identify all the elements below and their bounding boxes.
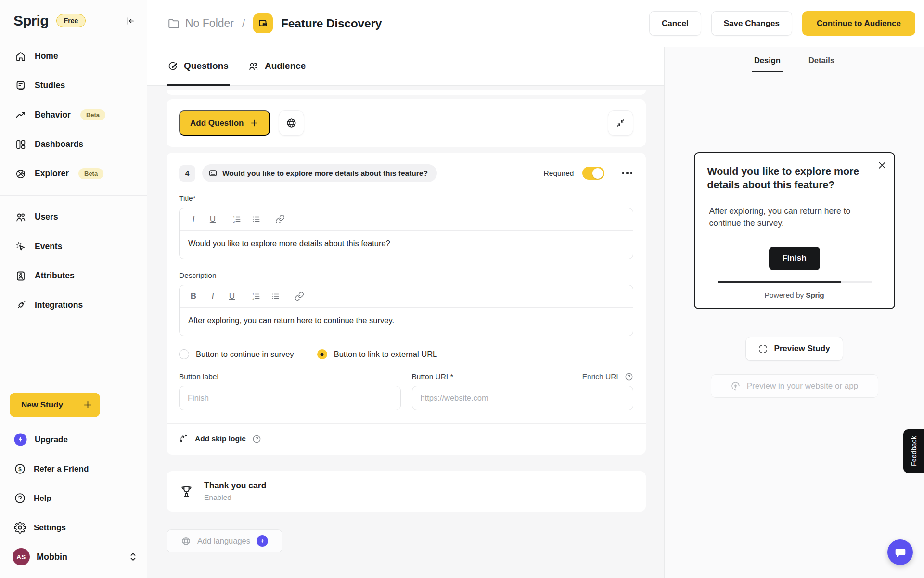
preview-question-text: Would you like to explore more details a… xyxy=(707,165,882,192)
svg-text:2: 2 xyxy=(253,297,255,300)
survey-preview-card: Would you like to explore more details a… xyxy=(694,152,895,309)
sidebar-item-upgrade[interactable]: Upgrade xyxy=(0,425,147,454)
sidebar: Sprig Free Home Studies Behavior Beta xyxy=(0,0,147,578)
add-question-button[interactable]: Add Question xyxy=(179,110,270,136)
bullet-list-icon[interactable] xyxy=(251,214,261,224)
underline-icon[interactable]: U xyxy=(227,291,237,302)
study-type-icon xyxy=(253,13,273,33)
title-editor: I U 12 Would you like to explore more de… xyxy=(179,208,633,259)
radio-continue-in-survey[interactable]: Button to continue in survey xyxy=(179,349,294,359)
italic-icon[interactable]: I xyxy=(207,291,218,302)
button-fields-row: Button label Button URL* Enrich URL xyxy=(179,372,633,410)
breadcrumb: No Folder / Feature Discovery xyxy=(167,13,382,33)
bold-icon[interactable]: B xyxy=(188,291,199,302)
question-card: 4 Would you like to explore more details… xyxy=(167,153,646,455)
sidebar-item-label: Dashboards xyxy=(35,139,83,149)
sidebar-item-studies[interactable]: Studies xyxy=(0,71,147,100)
question-summary-pill[interactable]: Would you like to explore more details a… xyxy=(202,164,437,182)
link-icon[interactable] xyxy=(275,214,285,224)
italic-icon[interactable]: I xyxy=(188,214,199,224)
preview-finish-button[interactable]: Finish xyxy=(769,247,820,270)
preview-study-button[interactable]: Preview Study xyxy=(745,337,843,361)
close-icon[interactable] xyxy=(877,160,887,170)
question-menu-button[interactable] xyxy=(621,169,634,177)
add-languages-label: Add languages xyxy=(197,537,250,546)
svg-text:$: $ xyxy=(18,466,22,472)
title-input[interactable]: Would you like to explore more details a… xyxy=(180,231,633,259)
content-area: No Folder / Feature Discovery Cancel Sav… xyxy=(147,0,924,578)
required-toggle[interactable] xyxy=(582,167,604,180)
link-icon[interactable] xyxy=(294,291,305,302)
sidebar-item-label: Explorer xyxy=(35,169,69,179)
tab-questions[interactable]: Questions xyxy=(167,47,229,85)
sidebar-item-integrations[interactable]: Integrations xyxy=(0,290,147,320)
add-languages-button[interactable]: Add languages xyxy=(167,529,282,552)
sidebar-item-label: Behavior xyxy=(35,110,71,120)
description-input[interactable]: After exploring, you can return here to … xyxy=(180,308,633,336)
sidebar-item-settings[interactable]: Settings xyxy=(0,513,147,542)
breadcrumb-folder[interactable]: No Folder xyxy=(167,17,234,30)
add-question-label: Add Question xyxy=(190,118,244,128)
study-title: Feature Discovery xyxy=(281,17,382,30)
button-label-input[interactable] xyxy=(179,386,401,410)
preview-in-site-button[interactable]: Preview in your website or app xyxy=(711,374,878,398)
sidebar-item-home[interactable]: Home xyxy=(0,41,147,71)
questions-scroll-area[interactable]: Add Question 4 xyxy=(147,86,664,578)
thank-you-card[interactable]: Thank you card Enabled xyxy=(167,471,646,512)
continue-to-audience-button[interactable]: Continue to Audience xyxy=(802,11,915,36)
enrich-url-link[interactable]: Enrich URL xyxy=(582,372,620,381)
collapse-icon xyxy=(616,118,626,128)
new-study-plus-button[interactable] xyxy=(75,400,100,410)
cancel-button[interactable]: Cancel xyxy=(649,11,701,36)
help-icon xyxy=(14,492,26,504)
trophy-icon xyxy=(179,484,194,499)
feedback-tab[interactable]: Feedback xyxy=(903,429,924,473)
tab-details[interactable]: Details xyxy=(808,56,834,72)
help-circle-icon[interactable] xyxy=(625,372,633,381)
sidebar-nav-secondary: Users Events Attributes Integrations xyxy=(0,202,147,320)
add-skip-logic-button[interactable]: Add skip logic xyxy=(179,434,246,444)
help-circle-icon[interactable] xyxy=(252,434,261,444)
button-label-label: Button label xyxy=(179,372,218,381)
account-name: Mobbin xyxy=(37,552,67,562)
preview-study-label: Preview Study xyxy=(774,344,830,354)
radio-label: Button to link to external URL xyxy=(334,350,437,359)
divider xyxy=(613,166,613,181)
sidebar-item-users[interactable]: Users xyxy=(0,202,147,232)
collapse-sidebar-icon[interactable] xyxy=(124,15,135,26)
title-label: Title* xyxy=(179,194,633,203)
sidebar-item-label: Settings xyxy=(34,523,66,533)
underline-icon[interactable]: U xyxy=(207,214,218,224)
breadcrumb-separator: / xyxy=(242,17,245,30)
sidebar-item-behavior[interactable]: Behavior Beta xyxy=(0,100,147,130)
radio-link-external-url[interactable]: Button to link to external URL xyxy=(317,349,437,359)
sidebar-item-label: Help xyxy=(34,494,51,503)
sidebar-item-refer[interactable]: $ Refer a Friend xyxy=(0,454,147,484)
sidebar-item-label: Users xyxy=(35,212,58,222)
tab-audience[interactable]: Audience xyxy=(248,47,306,85)
account-switcher[interactable]: AS Mobbin xyxy=(0,542,147,578)
sidebar-item-help[interactable]: Help xyxy=(0,484,147,513)
radio-on-icon xyxy=(317,349,327,359)
required-label: Required xyxy=(544,169,574,178)
chat-widget-button[interactable] xyxy=(887,539,913,565)
sidebar-item-dashboards[interactable]: Dashboards xyxy=(0,130,147,159)
collapse-questions-button[interactable] xyxy=(608,110,633,136)
button-url-input[interactable] xyxy=(412,386,634,410)
tab-design[interactable]: Design xyxy=(754,56,781,72)
sidebar-item-attributes[interactable]: Attributes xyxy=(0,261,147,290)
question-type-icon xyxy=(208,169,218,178)
topbar: No Folder / Feature Discovery Cancel Sav… xyxy=(147,0,924,47)
question-toolbar-card: Add Question xyxy=(167,99,646,147)
sidebar-item-explorer[interactable]: Explorer Beta xyxy=(0,159,147,188)
ordered-list-icon[interactable]: 12 xyxy=(251,291,261,302)
refer-dollar-icon: $ xyxy=(14,463,26,475)
new-study-button[interactable]: New Study xyxy=(10,393,100,417)
translate-globe-button[interactable] xyxy=(279,110,304,136)
ordered-list-icon[interactable]: 12 xyxy=(231,214,242,224)
sidebar-item-events[interactable]: Events xyxy=(0,232,147,261)
bullet-list-icon[interactable] xyxy=(270,291,281,302)
audience-icon xyxy=(248,61,259,72)
save-changes-button[interactable]: Save Changes xyxy=(711,11,792,36)
new-study-label: New Study xyxy=(10,400,75,410)
